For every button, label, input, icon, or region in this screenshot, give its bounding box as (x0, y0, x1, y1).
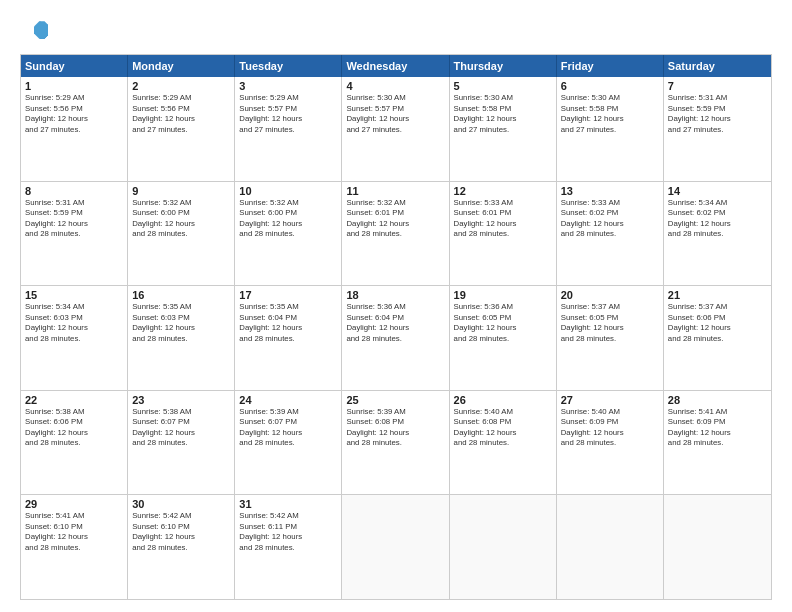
calendar-row-3: 15Sunrise: 5:34 AMSunset: 6:03 PMDayligh… (21, 285, 771, 390)
day-number: 22 (25, 394, 123, 406)
day-number: 23 (132, 394, 230, 406)
calendar-cell: 30Sunrise: 5:42 AMSunset: 6:10 PMDayligh… (128, 495, 235, 599)
calendar-cell: 21Sunrise: 5:37 AMSunset: 6:06 PMDayligh… (664, 286, 771, 390)
calendar: SundayMondayTuesdayWednesdayThursdayFrid… (20, 54, 772, 600)
header-day-friday: Friday (557, 55, 664, 77)
calendar-cell: 27Sunrise: 5:40 AMSunset: 6:09 PMDayligh… (557, 391, 664, 495)
cell-info: Sunrise: 5:40 AMSunset: 6:09 PMDaylight:… (561, 407, 659, 449)
calendar-header: SundayMondayTuesdayWednesdayThursdayFrid… (21, 55, 771, 77)
cell-info: Sunrise: 5:33 AMSunset: 6:02 PMDaylight:… (561, 198, 659, 240)
day-number: 7 (668, 80, 767, 92)
calendar-cell: 16Sunrise: 5:35 AMSunset: 6:03 PMDayligh… (128, 286, 235, 390)
cell-info: Sunrise: 5:40 AMSunset: 6:08 PMDaylight:… (454, 407, 552, 449)
day-number: 6 (561, 80, 659, 92)
calendar-cell: 10Sunrise: 5:32 AMSunset: 6:00 PMDayligh… (235, 182, 342, 286)
calendar-cell: 6Sunrise: 5:30 AMSunset: 5:58 PMDaylight… (557, 77, 664, 181)
header-day-sunday: Sunday (21, 55, 128, 77)
calendar-cell: 1Sunrise: 5:29 AMSunset: 5:56 PMDaylight… (21, 77, 128, 181)
calendar-cell: 31Sunrise: 5:42 AMSunset: 6:11 PMDayligh… (235, 495, 342, 599)
page: SundayMondayTuesdayWednesdayThursdayFrid… (0, 0, 792, 612)
header-day-thursday: Thursday (450, 55, 557, 77)
day-number: 25 (346, 394, 444, 406)
calendar-cell: 15Sunrise: 5:34 AMSunset: 6:03 PMDayligh… (21, 286, 128, 390)
day-number: 19 (454, 289, 552, 301)
cell-info: Sunrise: 5:36 AMSunset: 6:04 PMDaylight:… (346, 302, 444, 344)
cell-info: Sunrise: 5:31 AMSunset: 5:59 PMDaylight:… (25, 198, 123, 240)
calendar-cell: 18Sunrise: 5:36 AMSunset: 6:04 PMDayligh… (342, 286, 449, 390)
calendar-row-2: 8Sunrise: 5:31 AMSunset: 5:59 PMDaylight… (21, 181, 771, 286)
header-day-wednesday: Wednesday (342, 55, 449, 77)
cell-info: Sunrise: 5:29 AMSunset: 5:56 PMDaylight:… (25, 93, 123, 135)
day-number: 13 (561, 185, 659, 197)
calendar-cell: 20Sunrise: 5:37 AMSunset: 6:05 PMDayligh… (557, 286, 664, 390)
cell-info: Sunrise: 5:34 AMSunset: 6:02 PMDaylight:… (668, 198, 767, 240)
calendar-cell: 12Sunrise: 5:33 AMSunset: 6:01 PMDayligh… (450, 182, 557, 286)
day-number: 18 (346, 289, 444, 301)
cell-info: Sunrise: 5:30 AMSunset: 5:58 PMDaylight:… (454, 93, 552, 135)
calendar-cell: 26Sunrise: 5:40 AMSunset: 6:08 PMDayligh… (450, 391, 557, 495)
calendar-cell: 19Sunrise: 5:36 AMSunset: 6:05 PMDayligh… (450, 286, 557, 390)
logo (20, 16, 52, 44)
day-number: 11 (346, 185, 444, 197)
calendar-cell: 23Sunrise: 5:38 AMSunset: 6:07 PMDayligh… (128, 391, 235, 495)
calendar-cell: 22Sunrise: 5:38 AMSunset: 6:06 PMDayligh… (21, 391, 128, 495)
day-number: 5 (454, 80, 552, 92)
calendar-cell: 5Sunrise: 5:30 AMSunset: 5:58 PMDaylight… (450, 77, 557, 181)
calendar-cell: 9Sunrise: 5:32 AMSunset: 6:00 PMDaylight… (128, 182, 235, 286)
day-number: 4 (346, 80, 444, 92)
cell-info: Sunrise: 5:42 AMSunset: 6:11 PMDaylight:… (239, 511, 337, 553)
day-number: 24 (239, 394, 337, 406)
cell-info: Sunrise: 5:31 AMSunset: 5:59 PMDaylight:… (668, 93, 767, 135)
calendar-cell: 13Sunrise: 5:33 AMSunset: 6:02 PMDayligh… (557, 182, 664, 286)
cell-info: Sunrise: 5:34 AMSunset: 6:03 PMDaylight:… (25, 302, 123, 344)
svg-marker-2 (20, 23, 34, 37)
calendar-cell: 7Sunrise: 5:31 AMSunset: 5:59 PMDaylight… (664, 77, 771, 181)
day-number: 26 (454, 394, 552, 406)
logo-icon (20, 16, 48, 44)
calendar-cell: 24Sunrise: 5:39 AMSunset: 6:07 PMDayligh… (235, 391, 342, 495)
calendar-row-1: 1Sunrise: 5:29 AMSunset: 5:56 PMDaylight… (21, 77, 771, 181)
cell-info: Sunrise: 5:35 AMSunset: 6:04 PMDaylight:… (239, 302, 337, 344)
calendar-cell (342, 495, 449, 599)
cell-info: Sunrise: 5:39 AMSunset: 6:07 PMDaylight:… (239, 407, 337, 449)
cell-info: Sunrise: 5:35 AMSunset: 6:03 PMDaylight:… (132, 302, 230, 344)
calendar-cell: 14Sunrise: 5:34 AMSunset: 6:02 PMDayligh… (664, 182, 771, 286)
day-number: 16 (132, 289, 230, 301)
svg-marker-1 (34, 21, 48, 39)
day-number: 27 (561, 394, 659, 406)
calendar-cell (450, 495, 557, 599)
header-day-tuesday: Tuesday (235, 55, 342, 77)
cell-info: Sunrise: 5:38 AMSunset: 6:06 PMDaylight:… (25, 407, 123, 449)
cell-info: Sunrise: 5:32 AMSunset: 6:00 PMDaylight:… (239, 198, 337, 240)
cell-info: Sunrise: 5:30 AMSunset: 5:57 PMDaylight:… (346, 93, 444, 135)
calendar-cell (557, 495, 664, 599)
cell-info: Sunrise: 5:29 AMSunset: 5:57 PMDaylight:… (239, 93, 337, 135)
cell-info: Sunrise: 5:37 AMSunset: 6:06 PMDaylight:… (668, 302, 767, 344)
cell-info: Sunrise: 5:42 AMSunset: 6:10 PMDaylight:… (132, 511, 230, 553)
day-number: 20 (561, 289, 659, 301)
cell-info: Sunrise: 5:33 AMSunset: 6:01 PMDaylight:… (454, 198, 552, 240)
day-number: 3 (239, 80, 337, 92)
header (20, 16, 772, 44)
calendar-body: 1Sunrise: 5:29 AMSunset: 5:56 PMDaylight… (21, 77, 771, 599)
calendar-cell (664, 495, 771, 599)
calendar-cell: 3Sunrise: 5:29 AMSunset: 5:57 PMDaylight… (235, 77, 342, 181)
cell-info: Sunrise: 5:32 AMSunset: 6:00 PMDaylight:… (132, 198, 230, 240)
calendar-cell: 2Sunrise: 5:29 AMSunset: 5:56 PMDaylight… (128, 77, 235, 181)
calendar-row-5: 29Sunrise: 5:41 AMSunset: 6:10 PMDayligh… (21, 494, 771, 599)
calendar-cell: 17Sunrise: 5:35 AMSunset: 6:04 PMDayligh… (235, 286, 342, 390)
day-number: 31 (239, 498, 337, 510)
day-number: 15 (25, 289, 123, 301)
day-number: 28 (668, 394, 767, 406)
day-number: 12 (454, 185, 552, 197)
day-number: 10 (239, 185, 337, 197)
day-number: 9 (132, 185, 230, 197)
header-day-monday: Monday (128, 55, 235, 77)
cell-info: Sunrise: 5:41 AMSunset: 6:09 PMDaylight:… (668, 407, 767, 449)
cell-info: Sunrise: 5:32 AMSunset: 6:01 PMDaylight:… (346, 198, 444, 240)
cell-info: Sunrise: 5:30 AMSunset: 5:58 PMDaylight:… (561, 93, 659, 135)
calendar-cell: 28Sunrise: 5:41 AMSunset: 6:09 PMDayligh… (664, 391, 771, 495)
cell-info: Sunrise: 5:29 AMSunset: 5:56 PMDaylight:… (132, 93, 230, 135)
calendar-cell: 29Sunrise: 5:41 AMSunset: 6:10 PMDayligh… (21, 495, 128, 599)
day-number: 8 (25, 185, 123, 197)
